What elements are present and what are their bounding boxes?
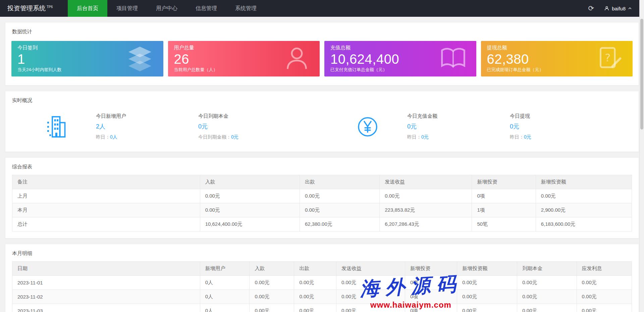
table-cell: 0.00元 (336, 290, 405, 304)
scrollbar-thumb[interactable] (640, 19, 643, 129)
table-cell: 50笔 (472, 217, 536, 231)
stat-card-total-users: 用户总量 26 当前用户总数量（人） (168, 41, 320, 76)
table-cell: 0.00元 (577, 276, 632, 290)
table-cell: 0.00元 (250, 290, 294, 304)
table-cell: 6,183,600.00元 (536, 217, 632, 231)
table-header-cell: 新增用户 (200, 262, 250, 276)
table-header-cell: 新增投资 (405, 262, 457, 276)
table-cell: 0人 (200, 290, 250, 304)
table-header-cell: 到期本金 (517, 262, 577, 276)
table-cell: 0.00元 (536, 189, 632, 203)
stat-sub: 昨日：0元 (407, 134, 491, 140)
yen-circle-icon (354, 116, 381, 138)
table-cell: 0.00元 (336, 276, 405, 290)
table-cell: 2023-11-03 (12, 304, 200, 312)
table-cell: 1项 (472, 203, 536, 217)
table-row: 本月0.00元0.00元223,853.82元1项2,900.00元 (12, 203, 632, 217)
nav-item-info[interactable]: 信息管理 (186, 0, 226, 17)
table-header-cell: 出款 (294, 262, 336, 276)
table-header-cell: 发送收益 (380, 175, 472, 189)
table-header-cell: 出款 (300, 175, 380, 189)
chevron-up-icon (628, 6, 632, 10)
realtime-stat-due-principal: 今日到期本金 0元 今日到期金额：0元 (198, 113, 282, 140)
table-cell: 0.00元 (577, 304, 632, 312)
table-cell: 0.00元 (577, 290, 632, 304)
realtime-body: 今日新增用户 2人 昨日：0人 今日到期本金 0元 今日到期金额：0元 今日充值… (5, 108, 639, 152)
realtime-panel: 实时概况 今日新增用户 2人 昨日：0人 今日到期本金 (5, 91, 639, 152)
table-row: 2023-11-020人0.00元0.00元0.00元0项0.00元0.00元0… (12, 290, 632, 304)
stat-value: 0元 (198, 122, 282, 131)
table-cell: 上月 (12, 189, 200, 203)
table-cell: 6,207,286.43元 (380, 217, 472, 231)
refresh-icon[interactable]: ⟳ (582, 0, 601, 17)
report-panel-title: 综合报表 (5, 158, 639, 175)
main-nav: 后台首页 项目管理 用户中心 信息管理 系统管理 (68, 0, 266, 17)
app-title-text: 投资管理系统 (7, 5, 46, 12)
stat-value: 0元 (510, 122, 594, 131)
report-panel: 综合报表 备注入款出款发送收益新增投资新增投资额上月0.00元0.00元0.00… (5, 157, 639, 239)
table-cell: 0项 (405, 276, 457, 290)
report-table: 备注入款出款发送收益新增投资新增投资额上月0.00元0.00元0.00元0项0.… (12, 175, 632, 231)
stat-sub: 昨日：0元 (510, 134, 594, 140)
document-edit-icon: ? (596, 45, 623, 73)
detail-panel-title: 本月明细 (5, 244, 639, 261)
nav-item-home[interactable]: 后台首页 (68, 0, 107, 17)
stat-card-total-withdraw: 提现总额 62,380 已完成提现订单总金额（元） ? (481, 41, 633, 76)
table-cell: 0.00元 (336, 304, 405, 312)
svg-text:?: ? (605, 51, 610, 64)
realtime-panel-title: 实时概况 (5, 91, 639, 108)
table-cell: 0项 (405, 290, 457, 304)
realtime-stat-new-users: 今日新增用户 2人 昨日：0人 (96, 113, 180, 140)
table-header-cell: 新增投资额 (457, 262, 517, 276)
user-icon (604, 6, 609, 11)
stat-label: 今日到期本金 (198, 113, 282, 119)
detail-panel: 本月明细 日期新增用户入款出款发送收益新增投资新增投资额到期本金应发利息2023… (5, 244, 639, 312)
layers-icon (126, 44, 154, 73)
table-header-cell: 新增投资 (472, 175, 536, 189)
table-cell: 0.00元 (200, 203, 300, 217)
nav-item-system[interactable]: 系统管理 (226, 0, 266, 17)
table-cell: 0.00元 (294, 304, 336, 312)
table-cell: 0项 (405, 304, 457, 312)
table-cell: 0.00元 (250, 276, 294, 290)
building-icon (34, 113, 77, 140)
table-header-cell: 新增投资额 (536, 175, 632, 189)
stat-card-total-recharge: 充值总额 10,624,400 已支付充值订单总金额（元） (324, 41, 476, 76)
app-title-sup: TP6 (47, 5, 53, 9)
table-cell: 0.00元 (517, 290, 577, 304)
vertical-scrollbar (639, 0, 644, 312)
table-cell: 10,624,400.00元 (200, 217, 300, 231)
stats-panel-title: 数据统计 (5, 22, 639, 40)
stat-value: 2人 (96, 122, 180, 131)
table-header-cell: 备注 (12, 175, 200, 189)
realtime-stat-withdraw: 今日提现 0元 昨日：0元 (510, 113, 594, 140)
table-cell: 0.00元 (200, 189, 300, 203)
table-cell: 0.00元 (457, 276, 517, 290)
table-row: 2023-11-010人0.00元0.00元0.00元0项0.00元0.00元0… (12, 276, 632, 290)
table-header-cell: 应发利息 (577, 262, 632, 276)
topbar: 投资管理系统TP6 后台首页 项目管理 用户中心 信息管理 系统管理 ⟳ bai… (0, 0, 644, 17)
realtime-stat-recharge: 今日充值金额 0元 昨日：0元 (407, 113, 491, 140)
table-cell: 0.00元 (457, 304, 517, 312)
user-menu[interactable]: baifu8 (601, 0, 635, 17)
table-cell: 223,853.82元 (380, 203, 472, 217)
table-cell: 2023-11-01 (12, 276, 200, 290)
table-cell: 0项 (472, 189, 536, 203)
table-cell: 2,900.00元 (536, 203, 632, 217)
stats-panel: 数据统计 今日签到 1 当天24小时内签到人数 用户总量 26 当前用户总数量（… (5, 22, 639, 86)
table-cell: 62,380.00元 (300, 217, 380, 231)
user-name: baifu8 (612, 6, 626, 11)
table-cell: 0.00元 (457, 290, 517, 304)
table-row: 2023-11-030人0.00元0.00元0.00元0项0.00元0.00元0… (12, 304, 632, 312)
table-cell: 0.00元 (517, 304, 577, 312)
topbar-right: ⟳ baifu8 (582, 0, 644, 17)
table-cell: 0人 (200, 276, 250, 290)
table-header-cell: 入款 (250, 262, 294, 276)
stat-card-signin: 今日签到 1 当天24小时内签到人数 (11, 41, 163, 76)
table-cell: 本月 (12, 203, 200, 217)
table-header-cell: 入款 (200, 175, 300, 189)
nav-item-projects[interactable]: 项目管理 (107, 0, 147, 17)
nav-item-users[interactable]: 用户中心 (147, 0, 186, 17)
book-icon (439, 44, 467, 73)
table-cell: 总计 (12, 217, 200, 231)
